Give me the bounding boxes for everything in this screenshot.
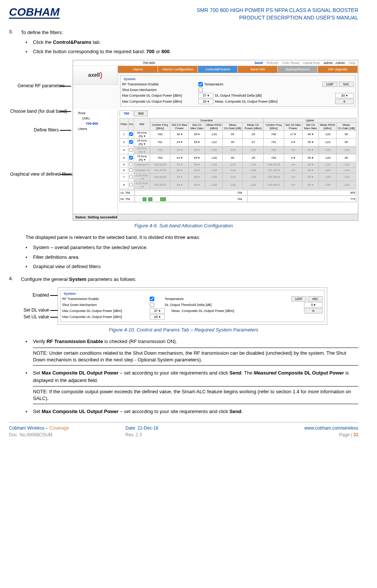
- axell-logo: axell): [73, 66, 118, 85]
- tab-control-params[interactable]: Control&Params: [198, 66, 238, 73]
- status-bar: Status: Setting succeeded: [73, 214, 358, 220]
- max-dl-label: Max Composite DL Output Power [dBm]: [122, 94, 197, 97]
- main-panel: 700 800 Filter On BW Downlink Uplink: [118, 109, 358, 214]
- figure-4-9-caption: Figure 4-9. Sub-band Allocation Configur…: [9, 223, 358, 228]
- datetime-link[interactable]: Date&Time: [303, 61, 320, 65]
- page-footer: Cobham Wireless – Coverage Doc. No.00068…: [9, 422, 358, 437]
- screenshot1-callouts: General RF parameters Choose band (for d…: [9, 60, 73, 195]
- rf2-checkbox[interactable]: [150, 297, 154, 301]
- dl-thresh-select[interactable]: 30 ▾: [335, 93, 354, 98]
- note-2: NOTE: If the composite output power exce…: [33, 386, 358, 404]
- body2-b3: Set Max Composite UL Output Power – set …: [25, 408, 358, 415]
- rf2-label: RF Transmission Enable: [62, 297, 148, 301]
- tab-sw-upgrade[interactable]: SW Upgrade: [318, 66, 358, 73]
- page-header: COBHAM SMR 700 800 HIGH POWER PS NFPA CL…: [9, 7, 358, 21]
- doc-title: SMR 700 800 HIGH POWER PS NFPA CLASS A S…: [197, 7, 358, 21]
- temp-c-value: 54C: [339, 82, 354, 87]
- rf-enable-label: RF Transmission Enable: [122, 82, 197, 86]
- footer-url: www.cobham.com/wireless: [242, 425, 358, 431]
- max-ul-label: Max Composite UL Output Power [dBm]: [122, 100, 197, 103]
- figure-4-10-caption: Figure 4-10. Control and Params Tab – Re…: [9, 327, 358, 333]
- subtab-700[interactable]: 700: [119, 110, 133, 116]
- note-1: NOTE: Under certain conditions related t…: [33, 348, 358, 366]
- system-fieldset: System RF Transmission Enable Temperatur…: [120, 75, 356, 107]
- temp2-c: 49C: [308, 296, 323, 301]
- sd2-checkbox[interactable]: [150, 303, 154, 307]
- footer-coverage: Coverage: [49, 425, 69, 431]
- tree-root[interactable]: Root: [75, 110, 116, 116]
- mcd2-label: Meas. Composite DL Output Power [dBm]: [171, 309, 269, 313]
- top-band-label: 700-800: [143, 61, 155, 65]
- mdl2-select[interactable]: 37 ▾: [150, 308, 165, 313]
- max-ul-select[interactable]: 28 ▾: [198, 99, 213, 104]
- system-title: System: [122, 77, 137, 81]
- table-row[interactable]: 475 KHz (N) ▾76424 ▾95 ▾-12095-257944 ▾9…: [120, 154, 356, 162]
- callout-choose-band: Choose band (for dual band): [10, 109, 71, 114]
- table-row[interactable]: 76.25 KHz ( ▾762.062524 ▾95 ▾-128-128-12…: [120, 173, 356, 181]
- tab-alarms[interactable]: Alarms: [118, 66, 158, 73]
- table-row[interactable]: 325 KHz (N) ▾76224 ▾95 ▾-128-128-1287924…: [120, 146, 356, 154]
- callout-set-ul: Set UL value: [24, 314, 58, 319]
- doc-title-line1: SMR 700 800 HIGH POWER PS NFPA CLASS A S…: [197, 7, 358, 14]
- system2-title: System: [62, 292, 77, 295]
- table-row[interactable]: 150 KHz (N) ▾76030 ▾95 ▾-12095-2579017 ▾…: [120, 130, 356, 138]
- meas-dl-value: 6: [335, 99, 354, 104]
- step3-bullet2: Click the button corresponding to the re…: [25, 48, 358, 55]
- body2-b2: Set Max Composite DL Output Power – set …: [25, 369, 358, 384]
- body1-b2: Filter definitions area.: [25, 254, 358, 261]
- sd2-label: Shut Down Mechanism: [62, 303, 148, 307]
- cobham-logo: COBHAM: [9, 7, 60, 19]
- tab-band-info[interactable]: Band Info: [238, 66, 278, 73]
- footer-doc-no: Doc. No.00068CDUM: [9, 432, 125, 437]
- mul2-select[interactable]: 28 ▾: [150, 314, 165, 319]
- temp-f-value: 129F: [322, 82, 337, 87]
- callout-set-dl: Set DL value: [24, 307, 58, 313]
- tree-cmu[interactable]: CMU: [75, 116, 116, 121]
- max-dl-select[interactable]: 37 ▾: [198, 93, 213, 98]
- body2-b1: Verify RF Transmission Enable is checked…: [25, 338, 358, 345]
- shutdown-checkbox[interactable]: [198, 88, 203, 92]
- body-para1: The displayed pane is relevant to the se…: [25, 234, 358, 241]
- tab-backup-restore[interactable]: Backup/Restore: [278, 66, 318, 73]
- table-row[interactable]: 225 KHz (N) ▾76124 ▾95 ▾-12295-277914 ▾9…: [120, 138, 356, 146]
- rf-enable-checkbox[interactable]: [198, 82, 203, 87]
- page: COBHAM SMR 700 800 HIGH POWER PS NFPA CL…: [0, 0, 377, 444]
- help-link[interactable]: Help: [349, 61, 356, 65]
- band-subtabs: 700 800: [119, 110, 356, 116]
- send-link[interactable]: Send: [255, 61, 263, 65]
- dth2-select[interactable]: 0 ▾: [304, 302, 323, 307]
- screenshot-1: 700-800 Send Refresh CMU Reset Date&Time…: [73, 60, 358, 221]
- doc-title-line2: PRODUCT DESCRIPTION AND USER'S MANUAL: [197, 14, 358, 22]
- body1-b3: Graphical view of defined filters: [25, 263, 358, 270]
- table-row[interactable]: 86.25 KHz ( ▾762.687524 ▾95 ▾-128-128-12…: [120, 181, 356, 189]
- dth2-label: DL Output Threshold Delta [dB]: [165, 303, 251, 307]
- tab-alarms-config[interactable]: Alarms Configuration: [158, 66, 198, 73]
- subtab-800[interactable]: 800: [134, 110, 148, 116]
- cmu-reset-link[interactable]: CMU Reset: [282, 61, 300, 65]
- tree-700-800[interactable]: 700-800: [75, 121, 116, 126]
- table-row[interactable]: 6Unlisted ▾761.437530 ▾95 ▾-128-128-1287…: [120, 167, 356, 173]
- app-topbar: 700-800 Send Refresh CMU Reset Date&Time…: [73, 60, 358, 66]
- footer-date: Date: 22-Dec-16: [125, 425, 242, 431]
- body1-b1: System – overall parameters for the sele…: [25, 244, 358, 251]
- screenshot-2: System RF Transmission Enable Temperatur…: [58, 287, 327, 325]
- temp2-f: 120F: [291, 296, 306, 301]
- refresh-link[interactable]: Refresh: [267, 61, 279, 65]
- mul2-label: Max Composite UL Output Power [dBm]: [62, 315, 148, 319]
- table-row[interactable]: 5Unlisted ▾760.812524 ▾95 ▾-128-128-1287…: [120, 162, 356, 167]
- step-3-number: 3.: [9, 29, 19, 34]
- temp2-label: Temperature: [165, 297, 198, 301]
- step-4-text: Configure the general System parameters …: [21, 276, 358, 283]
- step-4-number: 4.: [9, 276, 19, 281]
- mcd2-value: 8: [304, 308, 323, 313]
- body1-bullets: System – overall parameters for the sele…: [9, 244, 358, 270]
- main-tabs: Alarms Alarms Configuration Control&Para…: [118, 66, 358, 73]
- tree-users[interactable]: Users: [75, 126, 116, 131]
- dl-graph-row: DL 758 768 775: [119, 197, 356, 202]
- footer-brand: Cobham Wireless: [9, 425, 45, 431]
- step-3-text: To define the filters:: [21, 29, 358, 36]
- callout-enabled: Enabled: [33, 293, 58, 298]
- steps-list: 3. To define the filters: Click the Cont…: [9, 29, 358, 55]
- callout-define-filters: Define filters: [34, 127, 71, 133]
- step3-bullet1: Click the Control&Params tab.: [25, 39, 358, 46]
